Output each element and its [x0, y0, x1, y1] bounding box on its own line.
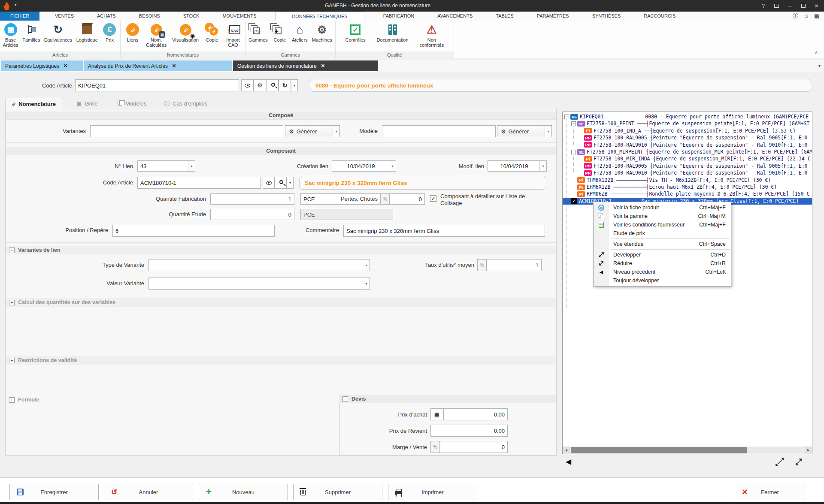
- menu-avancements[interactable]: AVANCEMENTS: [433, 12, 477, 21]
- calcul-quantites-header[interactable]: + Calcul des quantités sur des variables: [6, 298, 556, 307]
- menu-item-voir-les-conditions-fournisseur[interactable]: Voir les conditions fournisseurCtrl+Maj+…: [594, 220, 731, 229]
- scroll-right-icon[interactable]: ►: [805, 447, 812, 454]
- refresh-dropdown-button[interactable]: ▾: [291, 79, 298, 91]
- commentaire-input[interactable]: Sac minigrip 230 x 320mm ferm Gliss: [343, 225, 545, 237]
- ribbon-visualisation-button[interactable]: ∞◉Visualisation: [171, 22, 200, 43]
- tree-expand-icon[interactable]: −: [571, 150, 576, 154]
- view-composant-button[interactable]: [263, 177, 275, 189]
- tree-row-checkbox[interactable]: ✓: [571, 198, 577, 204]
- expand-plus-icon[interactable]: +: [9, 397, 15, 403]
- ribbon-liens-button[interactable]: ∞Liens: [124, 22, 142, 43]
- home-icon[interactable]: ⌂: [804, 12, 808, 18]
- expand-plus-icon[interactable]: +: [9, 358, 15, 363]
- ribbon-controles-button[interactable]: ✓Contrôles: [344, 22, 367, 43]
- variantes-input[interactable]: [90, 125, 283, 137]
- dropdown-caret-icon[interactable]: ▾: [363, 278, 370, 289]
- menu-achats[interactable]: ACHATS: [93, 12, 120, 21]
- ribbon-collapse-icon[interactable]: ∧: [815, 50, 818, 55]
- collapse-minus-icon[interactable]: −: [342, 396, 348, 402]
- generer-variantes-button[interactable]: ⚙Générer▾: [285, 125, 340, 137]
- ribbon-nom-calculees-button[interactable]: ∞▦Nom. Calculées: [145, 22, 168, 48]
- doc-tab-gestion-des-liens-de-nomenclature[interactable]: Gestion des liens de nomenclature✕: [233, 60, 378, 71]
- search-article-button[interactable]: [266, 79, 279, 91]
- tree-row[interactable]: −SEFT2758-100_MIRPEINT ┤Equerre de suspe…: [563, 148, 812, 155]
- ribbon-copie-nomenclature-button[interactable]: ∞∞Copie: [203, 22, 221, 43]
- menu-raccourcis[interactable]: RACCOURCIS: [639, 12, 680, 21]
- dropdown-caret-icon[interactable]: ▾: [389, 161, 396, 171]
- dropdown-caret-icon[interactable]: ▾: [188, 161, 195, 171]
- tab-close-icon[interactable]: ✕: [64, 63, 67, 69]
- enregistrer-button[interactable]: Enregistrer: [9, 484, 99, 500]
- menu-item-d-velopper[interactable]: DévelopperCtrl+D: [594, 250, 731, 259]
- view-article-button[interactable]: [241, 79, 254, 91]
- expand-view-icon[interactable]: [775, 457, 785, 467]
- modele-input[interactable]: [382, 125, 496, 137]
- doc-tab-param-tres-logistiques[interactable]: Paramètres Logistiques✕: [1, 60, 83, 71]
- minimize-button[interactable]: ─: [783, 0, 797, 12]
- tab-grille[interactable]: ▦Grille: [70, 98, 104, 109]
- prix-revient-input[interactable]: 0.00: [430, 425, 508, 437]
- restrictions-validite-header[interactable]: + Restrictions de validité: [6, 356, 556, 365]
- devis-header[interactable]: − Devis: [339, 395, 556, 403]
- tree-expand-icon[interactable]: −: [571, 121, 576, 126]
- refresh-button[interactable]: ↻: [279, 79, 291, 91]
- supprimer-button[interactable]: Supprimer: [293, 484, 382, 500]
- info-icon[interactable]: i: [793, 13, 798, 18]
- tree-previous-level-icon[interactable]: ◀: [566, 457, 571, 466]
- ribbon-import-cao-button[interactable]: ↓CAOImport CAO: [224, 22, 242, 48]
- menu-item-niveau-pr-c-dent[interactable]: ◀Niveau précédentCtrl+Left: [594, 268, 731, 276]
- menu-donn-es-techniques[interactable]: DONNÉES TECHNIQUES: [275, 12, 364, 21]
- menu-fabrication[interactable]: FABRICATION: [379, 12, 419, 21]
- reduce-view-icon[interactable]: [794, 457, 803, 467]
- colisage-checkbox[interactable]: ✓: [430, 195, 436, 202]
- tree-row[interactable]: PRFT2758-100-RAL9005 ┤Peinture "Equerre …: [563, 163, 812, 169]
- tab-mod-les[interactable]: Modèles: [112, 98, 152, 109]
- menu-tables[interactable]: TABLES: [491, 12, 518, 21]
- doc-tab-analyse-du-prix-de-revient-articles[interactable]: Analyse du Prix de Revient Articles✕: [84, 60, 232, 71]
- dropdown-caret-icon[interactable]: ▾: [363, 260, 370, 271]
- maximize-button[interactable]: [797, 0, 810, 12]
- menu-item-toujour-d-velopper[interactable]: Toujour développer: [594, 276, 731, 285]
- modif-lien-combo[interactable]: 10/04/2019▾: [488, 160, 547, 172]
- num-lien-combo[interactable]: 43▾: [137, 160, 195, 172]
- tree-row[interactable]: PiFT2758-100_IND_A ──┤Equerre de suspens…: [563, 127, 812, 134]
- qte-fabrication-input[interactable]: 1: [210, 193, 294, 205]
- menu-param-tres[interactable]: PARAMÈTRES: [533, 12, 573, 21]
- search-dropdown-button[interactable]: ▾: [287, 177, 294, 189]
- tree-row[interactable]: PRFT2758-100-RAL9005 ┤Peinture "Equerre …: [563, 134, 812, 141]
- generer-modele-button[interactable]: ⚙Générer▾: [497, 125, 552, 137]
- ribbon-base-articles-button[interactable]: ▦Base Articles: [2, 22, 20, 48]
- ribbon-logistique-button[interactable]: Logistique: [75, 22, 99, 43]
- scroll-left-icon[interactable]: ◄: [563, 447, 570, 454]
- menu-ventes[interactable]: VENTES: [51, 12, 78, 21]
- search-composant-button[interactable]: [275, 177, 287, 189]
- settings-button[interactable]: ⚙: [254, 79, 266, 91]
- ribbon-equivalences-button[interactable]: ↻Equivalences: [43, 22, 73, 43]
- menu-synth-ses[interactable]: SYNTHÈSES: [588, 12, 625, 21]
- composant-code-article-input[interactable]: ACM180710-1: [137, 177, 261, 189]
- menu-mouvements[interactable]: MOUVEMENTS: [218, 12, 261, 21]
- nouveau-button[interactable]: +Nouveau: [199, 484, 288, 500]
- dropdown-caret-icon[interactable]: ▾: [333, 126, 339, 137]
- tab-cas-d-emplois[interactable]: ✓Cas d'emplois: [158, 98, 213, 109]
- dropdown-caret-icon[interactable]: ▾: [539, 161, 546, 171]
- ribbon-documentation-button[interactable]: Documentation: [376, 22, 410, 43]
- marge-vente-input[interactable]: 0: [440, 441, 508, 453]
- ribbon-gammes-button[interactable]: ◷Gammes: [247, 22, 269, 43]
- menu-besoins[interactable]: BESOINS: [135, 12, 164, 21]
- menu-item-etude-de-prix[interactable]: Etude de prix: [594, 229, 731, 238]
- menu-fichier[interactable]: FICHIER: [0, 12, 39, 21]
- prix-achat-calc-button[interactable]: ▦: [430, 408, 443, 420]
- imprimer-button[interactable]: Imprimer: [388, 484, 477, 500]
- tree-row[interactable]: −SEFT2758-100_PEINT ───┤Equerre de suspe…: [563, 120, 812, 127]
- menu-item-r-duire[interactable]: RéduireCtrl+R: [594, 259, 731, 268]
- annuler-button[interactable]: ↺Annuler: [104, 484, 193, 500]
- tree-row[interactable]: −PFKIPOEQ01 0080 - Equerre pour porte af…: [563, 113, 812, 120]
- expand-plus-icon[interactable]: +: [9, 300, 15, 305]
- menu-item-voir-la-gamme[interactable]: Voir la gammeCtrl+Maj+M: [594, 212, 731, 220]
- help-button[interactable]: ?: [757, 0, 770, 12]
- tree-expand-icon[interactable]: −: [564, 115, 569, 119]
- tabbar-overflow-icon[interactable]: ▾: [818, 63, 821, 68]
- tab-close-icon[interactable]: ✕: [321, 63, 325, 69]
- close-button[interactable]: ✕: [810, 0, 823, 12]
